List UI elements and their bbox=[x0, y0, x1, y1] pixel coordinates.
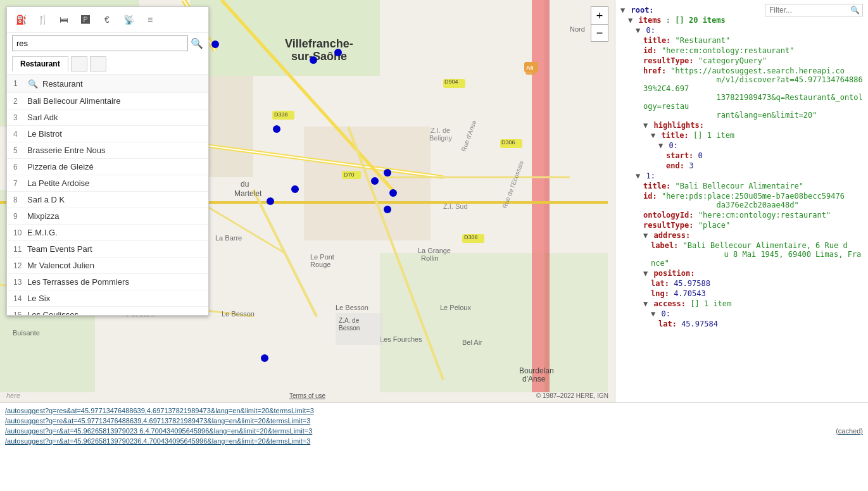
hl0-collapse[interactable]: ▼ bbox=[658, 141, 663, 150]
icon-fuel[interactable]: ⛽ bbox=[12, 11, 30, 28]
here-logo: here bbox=[6, 392, 20, 399]
svg-text:Le Besson: Le Besson bbox=[336, 304, 368, 311]
svg-rect-4 bbox=[380, 253, 608, 392]
icon-hotel[interactable]: 🛏 bbox=[55, 11, 73, 28]
result-item-2[interactable]: 2Bali Bellecour Alimentaire bbox=[7, 93, 208, 109]
highlights-collapse[interactable]: ▼ bbox=[643, 121, 648, 130]
end-val: 3 bbox=[689, 161, 693, 170]
search-input[interactable] bbox=[12, 35, 188, 51]
log-item-2[interactable]: /autosuggest?q=re&at=45.97713476488639,4… bbox=[5, 416, 863, 426]
result-item-15[interactable]: 15Les Coulisses bbox=[7, 307, 208, 315]
map-dot bbox=[273, 125, 280, 133]
hl-title-val: [] 1 item bbox=[693, 131, 734, 140]
svg-text:La Grange: La Grange bbox=[418, 247, 451, 254]
json-items-row: ▼ items : [] 20 items bbox=[615, 15, 868, 25]
1-title-val: "Bali Bellecour Alimentaire" bbox=[676, 182, 803, 190]
result-item-9[interactable]: 9Mixpizza bbox=[7, 208, 208, 225]
1-access-meta: [] 1 item bbox=[690, 299, 731, 308]
filter-input[interactable] bbox=[765, 4, 848, 16]
log-url-1: /autosuggest?q=res&at=45.97713476488639,… bbox=[5, 407, 314, 414]
icon-money[interactable]: € bbox=[98, 11, 116, 28]
tab-2[interactable] bbox=[71, 56, 87, 71]
top-area: Gleizé Villefranche- sur-Saône du Martel… bbox=[0, 0, 868, 402]
1-id-val: "here:pds:place:250u05me-b7ae08becc59476… bbox=[643, 192, 845, 209]
json-1-access-lat: lat: 45.97584 bbox=[615, 319, 868, 329]
title-val: "Restaurant" bbox=[676, 36, 731, 45]
result-item-7[interactable]: 7La Petite Ardoise bbox=[7, 175, 208, 192]
result-num-5: 5 bbox=[13, 146, 27, 155]
svg-text:Z.I. Sud: Z.I. Sud bbox=[443, 202, 468, 210]
result-item-14[interactable]: 14Le Six bbox=[7, 290, 208, 307]
item1-index: 1: bbox=[646, 171, 655, 180]
result-text-6: Pizzeria de Gleizé bbox=[27, 162, 94, 171]
items-collapse[interactable]: ▼ bbox=[628, 16, 632, 25]
result-item-13[interactable]: 13Les Terrasses de Pommiers bbox=[7, 274, 208, 290]
icon-transit[interactable]: 📡 bbox=[120, 11, 137, 28]
result-text-2: Bali Bellecour Alimentaire bbox=[27, 96, 120, 106]
svg-text:Bourdelan: Bourdelan bbox=[519, 366, 554, 375]
1-address-label-key: label: bbox=[651, 241, 678, 250]
map-area: Gleizé Villefranche- sur-Saône du Martel… bbox=[0, 0, 615, 402]
root-collapse[interactable]: ▼ bbox=[620, 6, 625, 15]
json-href: href: "https://autosuggest.search.hereap… bbox=[615, 66, 868, 120]
json-id: id: "here:cm:ontology:restaurant" bbox=[615, 46, 868, 56]
item1-collapse[interactable]: ▼ bbox=[636, 171, 640, 180]
tab-3[interactable] bbox=[90, 56, 106, 71]
items-key-label: items : [] 20 items bbox=[638, 16, 725, 25]
start-key: start: bbox=[666, 151, 693, 160]
json-hl-0: ▼ 0: bbox=[615, 140, 868, 151]
log-item-4[interactable]: /autosuggest?q=r&at=45.962658139790236,4… bbox=[5, 436, 863, 446]
tab-restaurant[interactable]: Restaurant bbox=[12, 56, 68, 71]
svg-text:Martelet: Martelet bbox=[234, 189, 262, 198]
result-num-7: 7 bbox=[13, 179, 27, 188]
href-key: href: bbox=[643, 66, 666, 75]
result-item-5[interactable]: 5Brasserie Entre Nous bbox=[7, 142, 208, 159]
log-item-1[interactable]: /autosuggest?q=res&at=45.97713476488639,… bbox=[5, 406, 863, 416]
1-id-key: id: bbox=[643, 192, 657, 201]
filter-input-wrap: 🔍 bbox=[765, 4, 863, 16]
search-panel: ⛽ 🍴 🛏 🅿 € 📡 ≡ 🔍 Restaurant bbox=[6, 6, 209, 316]
result-num-4: 4 bbox=[13, 130, 27, 139]
result-item-12[interactable]: 12Mr Valencot Julien bbox=[7, 258, 208, 274]
result-item-1[interactable]: 1🔍Restaurant bbox=[7, 75, 208, 93]
hl-title-key: title: bbox=[661, 131, 688, 140]
result-item-3[interactable]: 3Sarl Adk bbox=[7, 109, 208, 126]
svg-text:La Barre: La Barre bbox=[215, 234, 242, 242]
result-item-10[interactable]: 10E.M.I.G. bbox=[7, 225, 208, 241]
result-text-12: Mr Valencot Julien bbox=[27, 261, 94, 270]
json-end: end: 3 bbox=[615, 161, 868, 171]
1-access-collapse[interactable]: ▼ bbox=[643, 299, 648, 308]
icon-parking[interactable]: 🅿 bbox=[77, 11, 94, 28]
result-item-11[interactable]: 11Team Events Part bbox=[7, 241, 208, 258]
id-val: "here:cm:ontology:restaurant" bbox=[662, 46, 795, 55]
map-dot bbox=[291, 185, 299, 193]
item0-collapse[interactable]: ▼ bbox=[636, 26, 640, 35]
1-position-collapse[interactable]: ▼ bbox=[643, 269, 648, 278]
1-address-collapse[interactable]: ▼ bbox=[643, 231, 648, 240]
result-item-6[interactable]: 6Pizzeria de Gleizé bbox=[7, 159, 208, 175]
result-item-4[interactable]: 4Le Bistrot bbox=[7, 126, 208, 142]
title-key: title: bbox=[643, 36, 670, 45]
1-access0-collapse[interactable]: ▼ bbox=[651, 309, 655, 318]
zoom-in-button[interactable]: + bbox=[591, 6, 608, 24]
zoom-out-button[interactable]: − bbox=[591, 24, 608, 42]
map-terms-link[interactable]: Terms of use bbox=[289, 392, 325, 399]
svg-text:Villefranche-: Villefranche- bbox=[285, 37, 353, 50]
end-key: end: bbox=[666, 161, 684, 170]
icon-more[interactable]: ≡ bbox=[141, 11, 159, 28]
search-submit-button[interactable]: 🔍 bbox=[191, 37, 203, 49]
result-num-10: 10 bbox=[13, 228, 27, 237]
json-title: title: "Restaurant" bbox=[615, 35, 868, 46]
result-num-8: 8 bbox=[13, 196, 27, 204]
log-item-3[interactable]: /autosuggest?q=r&at=45.96265813979023 6,… bbox=[5, 426, 863, 436]
svg-rect-10 bbox=[544, 0, 550, 392]
hl-title-collapse[interactable]: ▼ bbox=[651, 131, 655, 140]
icon-restaurant[interactable]: 🍴 bbox=[34, 11, 51, 28]
json-panel: 🔍 ▼ root: ▼ items : [] 20 items ▼ 0: tit… bbox=[615, 0, 868, 402]
json-start: start: 0 bbox=[615, 151, 868, 161]
result-item-8[interactable]: 8Sarl a D K bbox=[7, 192, 208, 208]
result-num-9: 9 bbox=[13, 212, 27, 221]
result-text-13: Les Terrasses de Pommiers bbox=[27, 277, 129, 287]
json-highlights: ▼ highlights: bbox=[615, 120, 868, 130]
result-num-13: 13 bbox=[13, 278, 27, 287]
